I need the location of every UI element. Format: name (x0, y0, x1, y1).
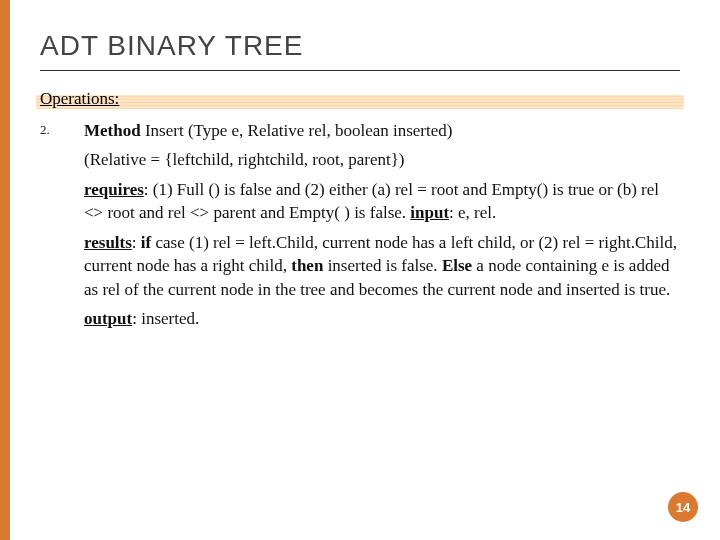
input-text: : e, rel. (449, 203, 496, 222)
item-number: 2. (40, 119, 56, 337)
item-body: Method Insert (Type e, Relative rel, boo… (84, 119, 680, 337)
requires-label: requires (84, 180, 144, 199)
results-line: results: if case (1) rel = left.Child, c… (84, 231, 680, 301)
then-label: then (291, 256, 323, 275)
slide: ADT BINARY TREE Operations: 2. Method In… (0, 0, 720, 540)
page-number-badge: 14 (668, 492, 698, 522)
requires-line: requires: (1) Full () is false and (2) e… (84, 178, 680, 225)
title-rule (40, 70, 680, 71)
if-label: if (141, 233, 151, 252)
method-line: Method Insert (Type e, Relative rel, boo… (84, 119, 680, 142)
list-item: 2. Method Insert (Type e, Relative rel, … (40, 119, 680, 337)
else-label: Else (442, 256, 472, 275)
method-label: Method (84, 121, 141, 140)
results-span1: : (132, 233, 141, 252)
operations-label: Operations: (40, 89, 119, 108)
output-text: : inserted. (132, 309, 199, 328)
results-label: results (84, 233, 132, 252)
highlight-bar (36, 95, 684, 109)
method-signature: Insert (Type e, Relative rel, boolean in… (141, 121, 453, 140)
input-label: input (410, 203, 449, 222)
output-label: output (84, 309, 132, 328)
page-title: ADT BINARY TREE (40, 30, 680, 62)
relative-def: (Relative = {leftchild, rightchild, root… (84, 148, 680, 171)
output-line: output: inserted. (84, 307, 680, 330)
operations-heading-row: Operations: (40, 89, 680, 109)
requires-text: : (1) Full () is false and (2) either (a… (84, 180, 659, 222)
results-span3: inserted is false. (323, 256, 442, 275)
